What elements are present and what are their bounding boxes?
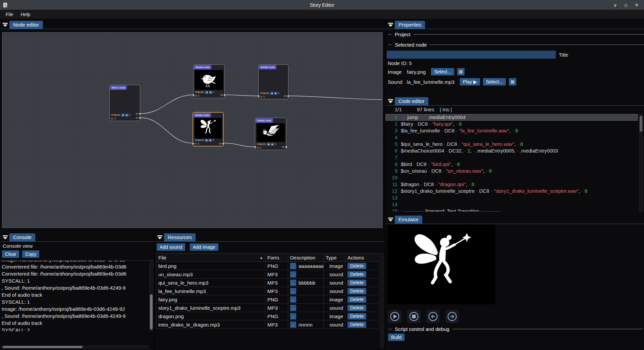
input-port[interactable] <box>254 146 256 148</box>
code-line[interactable]: 2$fairy · DC8 · "fairy.qoi", · 8 <box>385 121 638 127</box>
table-row[interactable]: story1_drako_luminelle_sceptre.mp3MP3..s… <box>156 304 379 312</box>
collapse-icon[interactable] <box>157 235 162 240</box>
tab-resources[interactable]: Resources <box>164 233 196 241</box>
code-line[interactable]: 11$dragon · DC8 · "dragon.qoi", · 8 <box>385 181 638 188</box>
collapse-icon[interactable] <box>388 218 393 222</box>
code-line[interactable]: 3$la_fee_luminelle · DC8 · "la_fee_lumin… <box>385 127 638 134</box>
table-row[interactable]: qui_sera_le_hero.mp3MP3..bbbbbbsoundDele… <box>156 279 379 287</box>
play-sound-button[interactable]: Play ▶ <box>460 78 480 85</box>
node-menu[interactable]: Menu nodeOutputs:◀▶2O: 1#0#1 <box>109 85 140 121</box>
select-sound-button[interactable]: Select... <box>483 78 506 85</box>
tab-properties[interactable]: Properties <box>395 21 425 29</box>
output-port[interactable] <box>222 142 224 145</box>
table-row[interactable]: intro_drako_le_dragon.mp3MP3..nnnnnsound… <box>156 320 379 329</box>
delete-button[interactable]: Delete <box>347 271 366 278</box>
node-dragon[interactable]: Media nodeOutputs:◀▶1O: 1#0 <box>255 118 286 150</box>
build-button[interactable]: Build <box>388 334 405 341</box>
edit-description-button[interactable]: .. <box>290 322 296 328</box>
table-row[interactable]: dragon.pngPNG..imageDelete <box>156 312 379 320</box>
scrollbar-thumb[interactable] <box>150 294 153 330</box>
stop-button[interactable] <box>407 310 421 323</box>
edit-description-button[interactable]: .. <box>290 313 296 319</box>
step-forward-button[interactable] <box>445 310 459 323</box>
collapse-icon[interactable] <box>3 235 8 240</box>
decrement-outputs-button[interactable]: ◀ <box>205 91 208 94</box>
collapse-icon[interactable] <box>388 99 393 104</box>
output-port[interactable] <box>287 95 289 97</box>
increment-outputs-button[interactable]: ▶ <box>209 91 212 94</box>
code-line[interactable]: 1→ jump ···· .mediaEntry0004 <box>385 114 638 121</box>
clear-button[interactable]: Clear <box>2 250 19 258</box>
select-image-button[interactable]: Select... <box>431 68 454 75</box>
code-line[interactable]: 4 <box>385 134 638 141</box>
tab-console[interactable]: Console <box>9 233 35 241</box>
node-canvas[interactable]: Menu nodeOutputs:◀▶2O: 1#0#1Media nodeOu… <box>2 32 383 228</box>
code-line[interactable]: 8$bird · DC8 · "bird.qoi", · 8 <box>385 161 638 168</box>
tab-code-editor[interactable]: Code editor <box>395 97 428 105</box>
scrollbar-thumb[interactable] <box>640 116 642 132</box>
input-port[interactable] <box>192 142 194 145</box>
delete-button[interactable]: Delete <box>347 313 366 319</box>
increment-outputs-button[interactable]: ▶ <box>209 139 212 142</box>
delete-button[interactable]: Delete <box>347 322 366 328</box>
menu-help[interactable]: Help <box>17 11 34 18</box>
delete-button[interactable]: Delete <box>347 288 366 294</box>
node-bird[interactable]: Media nodeOutputs:◀▶1O: 1#0 <box>193 64 225 98</box>
table-row[interactable]: un_oiseau.mp3MP3..soundDelete <box>156 270 379 279</box>
close-button[interactable]: ✕ <box>633 1 641 9</box>
code-line[interactable]: 13 <box>385 194 638 201</box>
increment-outputs-button[interactable]: ▶ <box>271 143 274 146</box>
increment-outputs-button[interactable]: ▶ <box>125 114 128 117</box>
clear-image-button[interactable]: ⊠ <box>457 68 465 75</box>
console-horizontal-scrollbar[interactable] <box>1 345 149 349</box>
code-line[interactable]: 10 <box>385 174 638 181</box>
increment-outputs-button[interactable]: ▶ <box>274 92 277 95</box>
table-row[interactable]: la_fee_luminelle.mp3MP3..soundDelete <box>156 287 379 295</box>
code-vertical-scrollbar[interactable] <box>639 114 643 212</box>
code-line[interactable]: 6$mediaChoice0004 · DC32, · 2, · .mediaE… <box>385 148 638 154</box>
code-line[interactable]: 12$story1_drako_luminelle_sceptre · DC8 … <box>385 188 638 194</box>
decrement-outputs-button[interactable]: ◀ <box>205 139 208 142</box>
code-line[interactable]: 9$un_oiseau · DC8 · "un_oiseau.wav", · 8 <box>385 168 638 174</box>
table-row[interactable]: bird.pngPNG..aaaaaaaaaimageDelete <box>156 262 379 270</box>
copy-button[interactable]: Copy <box>22 250 39 258</box>
table-row[interactable]: fairy.pngPNG..imageDelete <box>156 295 379 304</box>
delete-button[interactable]: Delete <box>347 280 366 286</box>
add-sound-button[interactable]: Add sound <box>157 243 185 251</box>
column-header-description[interactable]: Description <box>288 253 324 261</box>
output-port[interactable] <box>223 94 226 96</box>
node-choice[interactable]: Media nodeOutputs:◀▶1O: 1#0 <box>258 64 288 99</box>
output-port[interactable] <box>139 117 141 119</box>
code-line[interactable]: 7 <box>385 154 638 161</box>
column-header-file[interactable]: File▲ <box>156 253 265 261</box>
code-area[interactable]: 1→ jump ···· .mediaEntry00042$fairy · DC… <box>385 114 638 212</box>
edit-description-button[interactable]: .. <box>290 280 296 286</box>
decrement-outputs-button[interactable]: ◀ <box>270 92 273 95</box>
delete-button[interactable]: Delete <box>347 305 366 311</box>
play-button[interactable] <box>388 310 401 323</box>
clear-sound-button[interactable]: ⊠ <box>509 78 516 85</box>
code-line[interactable]: 15; ------------ Prepend: Text Transitio… <box>385 208 638 212</box>
title-input[interactable] <box>387 51 556 59</box>
minimize-button[interactable]: ∨ <box>611 1 619 9</box>
scrollbar-thumb[interactable] <box>3 346 83 348</box>
edit-description-button[interactable]: .. <box>290 288 296 294</box>
edit-description-button[interactable]: .. <box>290 296 296 303</box>
column-header-actions[interactable]: Actions <box>345 253 379 261</box>
node-fairy[interactable]: Media nodeOutputs:◀▶1O: 1#0 <box>193 112 224 147</box>
code-line[interactable]: 14 <box>385 201 638 208</box>
column-header-type[interactable]: Type <box>324 253 345 261</box>
delete-button[interactable]: Delete <box>347 263 366 269</box>
edit-description-button[interactable]: .. <box>290 271 296 278</box>
code-line[interactable]: 5$qui_sera_le_hero · DC8 · "qui_sera_le_… <box>385 141 638 148</box>
console-log[interactable]: Image: /home/anthony/ostproj/ba869e4b-03… <box>2 261 148 331</box>
step-back-button[interactable] <box>426 310 440 323</box>
decrement-outputs-button[interactable]: ◀ <box>121 114 124 117</box>
output-port[interactable] <box>139 113 141 115</box>
console-vertical-scrollbar[interactable] <box>149 261 153 331</box>
collapse-icon[interactable] <box>388 23 393 27</box>
collapse-icon[interactable] <box>3 23 8 27</box>
add-image-button[interactable]: Add image <box>190 243 218 251</box>
output-port[interactable] <box>285 146 287 148</box>
input-port[interactable] <box>192 94 195 96</box>
